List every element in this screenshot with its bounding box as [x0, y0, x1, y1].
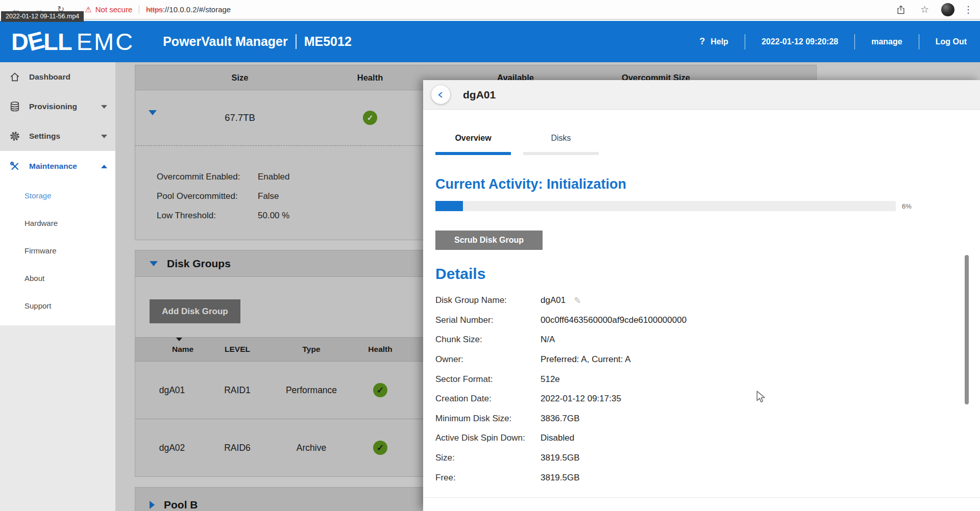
sidebar-subitem-storage[interactable]: Storage — [0, 182, 115, 209]
cell-type: Performance — [271, 362, 352, 419]
model-name: ME5012 — [304, 34, 352, 49]
cell-name: dgA01 — [141, 362, 203, 419]
collapse-pool-icon[interactable] — [149, 115, 157, 124]
detail-value: 2022-01-12 09:17:35 — [541, 394, 621, 404]
detail-row-creation-date: Creation Date: 2022-01-12 09:17:35 — [435, 389, 980, 409]
detail-label: Active Disk Spin Down: — [435, 433, 541, 443]
detail-value: 512e — [541, 374, 560, 385]
sidebar-item-provisioning[interactable]: Provisioning — [0, 92, 115, 121]
tools-icon — [9, 161, 21, 172]
panel-body: Overview Disks Current Activity: Initial… — [435, 109, 980, 511]
detail-value: 00c0ff6463560000af9cde6100000000 — [541, 315, 687, 325]
cell-type: Archive — [271, 419, 352, 476]
sidebar-subitem-firmware[interactable]: Firmware — [0, 237, 115, 264]
browser-menu-icon[interactable]: ⋮ — [964, 4, 973, 15]
bookmark-star-icon[interactable]: ☆ — [920, 4, 929, 15]
header-timestamp: 2022-01-12 09:20:28 — [762, 37, 838, 46]
detail-row-minimum-disk-size: Minimum Disk Size: 3836.7GB — [435, 409, 980, 429]
back-button[interactable] — [431, 85, 450, 104]
sidebar: Dashboard Provisioning Settings Maintena… — [0, 62, 115, 511]
column-header-health[interactable]: Health — [355, 338, 406, 361]
cell-level: RAID6 — [207, 419, 268, 476]
info-value: False — [258, 187, 279, 206]
detail-row-free: Free: 3819.5GB — [435, 468, 980, 488]
security-status[interactable]: ⚠ Not secure — [85, 5, 132, 14]
column-header-type[interactable]: Type — [271, 338, 352, 361]
menu-separator — [854, 34, 855, 49]
user-menu-button[interactable]: manage — [871, 37, 902, 46]
column-header-size: Size — [202, 65, 278, 90]
home-icon — [9, 71, 21, 83]
url-text[interactable]: https://10.0.0.2/#/storage — [146, 5, 231, 14]
detail-label: Size: — [435, 453, 541, 463]
progress-percent-label: 6% — [902, 202, 912, 210]
health-ok-icon — [373, 441, 387, 455]
info-label: Pool Overcommitted: — [157, 187, 258, 206]
logout-button[interactable]: Log Out — [936, 37, 967, 46]
product-name: PowerVault Manager — [163, 34, 288, 49]
details-title: Details — [435, 265, 980, 283]
detail-row-owner: Owner: Preferred: A, Current: A — [435, 350, 980, 370]
detail-label: Free: — [435, 473, 541, 483]
progress-track — [435, 201, 896, 211]
current-activity-title: Current Activity: Initialization — [435, 176, 980, 192]
tab-overview[interactable]: Overview — [435, 134, 511, 155]
detail-value: dgA01 — [541, 295, 566, 305]
detail-row-size: Size: 3819.5GB — [435, 448, 980, 468]
sidebar-item-label: Settings — [29, 132, 60, 141]
dell-emc-logo: DELL EMC — [11, 30, 134, 54]
sidebar-item-label: Provisioning — [29, 102, 77, 111]
info-value: Enabled — [258, 167, 289, 187]
collapse-section-icon[interactable] — [150, 261, 158, 266]
section-title: Pool B — [164, 499, 198, 511]
title-separator — [296, 34, 297, 49]
url-scheme: https — [146, 5, 163, 14]
panel-tabs: Overview Disks — [435, 134, 980, 155]
menu-separator — [745, 34, 745, 49]
health-ok-icon — [373, 383, 387, 397]
chevron-down-icon — [101, 105, 107, 109]
detail-row-serial-number: Serial Number: 00c0ff6463560000af9cde610… — [435, 311, 980, 330]
help-button[interactable]: ? Help — [699, 36, 728, 47]
sidebar-item-dashboard[interactable]: Dashboard — [0, 62, 115, 92]
browser-profile-avatar[interactable] — [941, 3, 954, 16]
detail-label: Minimum Disk Size: — [435, 414, 541, 424]
warning-icon: ⚠ — [85, 5, 91, 14]
app-title: PowerVault Manager ME5012 — [163, 34, 352, 49]
video-filename-overlay: 2022-01-12 09-11-56.mp4 — [1, 11, 84, 22]
activity-progress: 6% — [435, 201, 980, 211]
sidebar-item-label: Maintenance — [29, 162, 77, 171]
detail-value: 3819.5GB — [541, 473, 580, 483]
sidebar-subitem-about[interactable]: About — [0, 264, 115, 292]
info-label: Low Threshold: — [157, 206, 258, 225]
tab-disks[interactable]: Disks — [523, 134, 599, 155]
detail-row-chunk-size: Chunk Size: N/A — [435, 330, 980, 350]
column-header-level[interactable]: LEVEL — [207, 338, 268, 361]
sidebar-item-settings[interactable]: Settings — [0, 121, 115, 151]
not-secure-label: Not secure — [95, 5, 133, 14]
detail-value: Disabled — [541, 433, 574, 443]
sidebar-item-label: Dashboard — [29, 72, 70, 82]
share-icon[interactable] — [896, 5, 906, 15]
detail-label: Sector Format: — [435, 374, 541, 385]
url-path: ://10.0.0.2/#/storage — [163, 5, 231, 14]
scrub-disk-group-button[interactable]: Scrub Disk Group — [435, 231, 543, 250]
app-header: DELL EMC PowerVault Manager ME5012 ? Hel… — [0, 21, 980, 62]
add-disk-group-button[interactable]: Add Disk Group — [150, 299, 240, 323]
detail-label: Creation Date: — [435, 394, 541, 404]
sidebar-item-maintenance[interactable]: Maintenance — [0, 151, 115, 182]
edit-pencil-icon[interactable]: ✎ — [574, 295, 581, 306]
detail-label: Disk Group Name: — [435, 295, 541, 305]
help-icon: ? — [699, 36, 705, 47]
panel-scrollbar-thumb[interactable] — [965, 255, 969, 404]
detail-value: 3819.5GB — [541, 453, 580, 463]
browser-address-bar: ← → ↻ ⚠ Not secure https://10.0.0.2/#/st… — [0, 0, 980, 20]
panel-header: dgA01 — [423, 80, 980, 110]
expand-section-icon[interactable] — [150, 501, 155, 509]
panel-bottom-divider — [423, 497, 980, 498]
details-list: Disk Group Name: dgA01 ✎ Serial Number: … — [435, 291, 980, 488]
maintenance-group: Maintenance Storage Hardware Firmware Ab… — [0, 151, 115, 325]
sidebar-subitem-hardware[interactable]: Hardware — [0, 209, 115, 237]
cell-health — [355, 419, 406, 476]
sidebar-subitem-support[interactable]: Support — [0, 292, 115, 319]
